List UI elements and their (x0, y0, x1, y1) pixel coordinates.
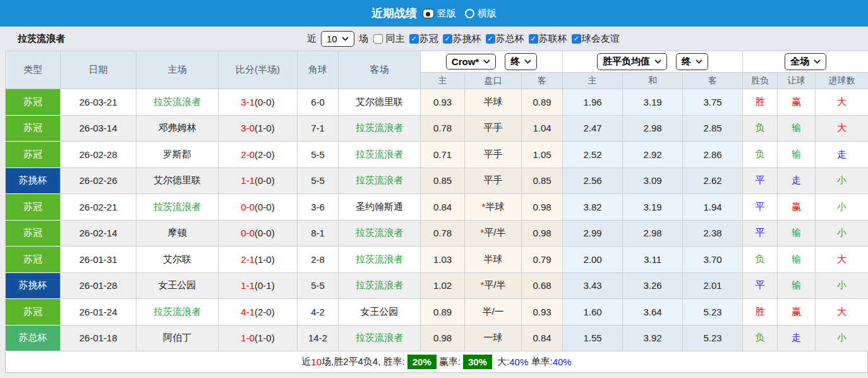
league-filter-checkbox[interactable] (443, 34, 452, 44)
match-count-value: 10 (327, 34, 337, 44)
horizontal-layout-label[interactable]: 横版 (478, 8, 497, 20)
avg-state-select[interactable]: 终 (676, 53, 708, 70)
chevron-down-icon (696, 59, 702, 64)
avg-draw-odds: 3.11 (623, 247, 683, 273)
big-rate-value: 40% (509, 357, 528, 367)
match-row: 苏挑杯26-02-26艾尔德里联1-1(0-0)5-5拉茨流浪者0.85平手0.… (6, 168, 868, 194)
match-date: 26-03-14 (61, 115, 136, 142)
result-handicap: 输 (778, 272, 816, 299)
corner-score: 5-5 (298, 272, 339, 299)
league-filter-checkbox[interactable] (409, 34, 419, 44)
result-handicap: 赢 (778, 194, 816, 221)
league-filter-checkbox[interactable] (572, 34, 581, 44)
full-score: 4-1 (241, 307, 255, 317)
score-cell: 2-1(1-0) (219, 247, 298, 273)
corner-score: 4-2 (298, 299, 339, 326)
league-filter-label[interactable]: 苏总杯 (496, 33, 524, 45)
avg-draw-odds: 3.09 (623, 168, 683, 194)
league-filter-label[interactable]: 苏冠 (419, 33, 438, 45)
ah-handicap: 平手 (465, 168, 522, 194)
half-score: (0-0) (255, 228, 275, 238)
result-goals: 走 (816, 142, 868, 168)
subheader-avg-home: 主 (563, 73, 623, 89)
avg-home-odds: 1.96 (563, 89, 623, 116)
league-filter-label[interactable]: 苏联杯 (539, 33, 567, 45)
vertical-layout-label[interactable]: 竖版 (437, 8, 456, 20)
league-badge: 苏冠 (6, 220, 61, 247)
full-score: 0-0 (241, 228, 255, 238)
result-goals: 大 (816, 247, 868, 273)
match-row: 苏冠26-01-31艾尔联2-1(1-0)2-8拉茨流浪者1.03半球0.792… (6, 247, 868, 273)
result-goals: 小 (816, 168, 868, 194)
match-row: 苏挑杯26-01-28女王公园1-1(0-1)5-5拉茨流浪者1.02*平/半0… (6, 272, 868, 299)
avg-odds-select[interactable]: 胜平负均值 (597, 53, 667, 70)
avg-home-odds: 3.43 (563, 272, 623, 299)
home-team: 拉茨流浪者 (136, 194, 219, 221)
handicap-star: * (480, 227, 484, 238)
subheader-avg-draw: 和 (623, 73, 683, 89)
scope-select[interactable]: 全场 (785, 53, 826, 70)
avg-home-odds: 1.60 (563, 299, 623, 326)
half-score: (1-0) (255, 332, 275, 343)
match-date: 26-02-21 (61, 194, 136, 221)
avg-home-odds: 3.82 (563, 194, 623, 221)
same-home-label[interactable]: 同主 (386, 33, 405, 45)
single-rate-value: 40% (553, 357, 572, 367)
result-handicap: 走 (778, 325, 816, 351)
odds-company-select[interactable]: Crow* (446, 54, 496, 70)
subheader-wdl: 胜负 (743, 73, 778, 89)
league-filter-checkbox[interactable] (529, 34, 538, 44)
page-title: 近期战绩 (371, 6, 417, 21)
match-date: 26-02-14 (61, 220, 136, 247)
full-score: 3-0 (241, 123, 255, 133)
ah-handicap: *平/半 (465, 272, 522, 299)
league-badge: 苏冠 (6, 115, 61, 142)
score-cell: 4-1(2-0) (219, 299, 298, 326)
league-filter-checkbox[interactable] (486, 34, 495, 44)
corner-score: 7-1 (298, 115, 339, 142)
corner-score: 8-1 (298, 220, 339, 247)
half-score: (1-0) (255, 123, 275, 133)
league-filter-label[interactable]: 苏挑杯 (453, 33, 481, 45)
footer-count: 10 (311, 357, 322, 367)
horizontal-layout-radio[interactable] (465, 9, 474, 18)
match-row: 苏冠26-03-21拉茨流浪者3-1(0-0)6-0艾尔德里联0.93半球0.8… (6, 89, 868, 116)
match-count-select[interactable]: 10 (321, 31, 354, 47)
half-score: (2-0) (255, 149, 275, 160)
chevron-down-icon (814, 59, 821, 64)
ah-home-odds: 0.85 (421, 168, 465, 194)
home-team: 罗斯郡 (136, 142, 219, 168)
match-row: 苏冠26-02-14摩顿0-0(0-0)8-1拉茨流浪者0.78*平/半0.98… (6, 220, 868, 247)
subheader-handicap: 盘口 (465, 73, 522, 89)
corner-score: 3-6 (298, 194, 339, 221)
avg-draw-odds: 3.19 (623, 89, 683, 116)
ah-home-odds: 0.98 (421, 325, 465, 351)
avg-away-odds: 2.85 (683, 115, 743, 142)
footer-single-label: 单率: (528, 356, 552, 368)
result-handicap: 输 (778, 220, 816, 247)
same-home-checkbox[interactable] (373, 34, 383, 44)
result-handicap: 输 (778, 247, 816, 273)
filterbar: 拉茨流浪者 近 10 场 同主 苏冠苏挑杯苏总杯苏联杯球会友谊 (0, 27, 868, 51)
odds-state-select[interactable]: 终 (505, 53, 537, 70)
footer-big-label: 大: (495, 356, 509, 368)
avg-draw-odds: 3.19 (623, 194, 683, 221)
chevron-down-icon (342, 37, 349, 41)
match-date: 26-01-24 (61, 299, 136, 326)
ah-home-odds: 0.89 (421, 299, 465, 326)
result-goals: 小 (816, 194, 868, 221)
score-cell: 0-0(0-0) (219, 194, 298, 221)
ah-home-odds: 0.78 (421, 220, 465, 247)
away-team: 拉茨流浪者 (339, 272, 421, 299)
avg-home-odds: 2.52 (563, 142, 623, 168)
avg-away-odds: 3.75 (683, 89, 743, 116)
avg-away-odds: 2.62 (683, 168, 743, 194)
match-row: 苏总杯26-01-18阿伯丁1-0(1-0)14-2拉茨流浪者0.98一球0.8… (6, 325, 868, 351)
half-score: (0-0) (255, 175, 275, 186)
league-filter-label[interactable]: 球会友谊 (582, 33, 620, 45)
vertical-layout-radio[interactable] (423, 9, 434, 18)
team-name: 拉茨流浪者 (18, 33, 65, 45)
away-team: 拉茨流浪者 (339, 115, 421, 142)
home-team: 艾尔德里联 (136, 168, 219, 194)
odds-dropdown-cell: Crow* 终 (421, 51, 563, 73)
